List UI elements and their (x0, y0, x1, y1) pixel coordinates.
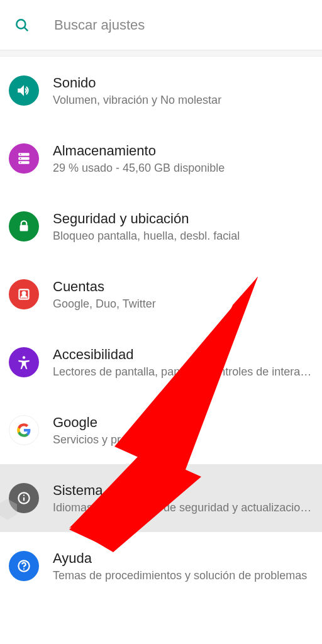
help-icon (9, 551, 39, 581)
search-bar[interactable] (0, 0, 322, 50)
storage-icon (9, 143, 39, 174)
item-title: Cuentas (53, 279, 313, 295)
item-title: Google (53, 414, 313, 431)
item-subtitle: Bloqueo pantalla, huella, desbl. facial (53, 230, 313, 243)
svg-rect-8 (20, 225, 28, 231)
item-title: Seguridad y ubicación (53, 211, 313, 227)
google-icon (9, 415, 39, 445)
search-input[interactable] (54, 17, 308, 33)
divider (0, 50, 322, 57)
item-subtitle: Temas de procedimientos y solución de pr… (53, 569, 313, 582)
svg-line-1 (24, 27, 28, 31)
svg-point-6 (20, 158, 21, 159)
speaker-icon (9, 75, 39, 106)
svg-point-7 (20, 162, 21, 164)
settings-item-seguridad[interactable]: Seguridad y ubicación Bloqueo pantalla, … (0, 192, 322, 260)
item-title: Sistema (53, 482, 313, 499)
settings-item-almacenamiento[interactable]: Almacenamiento 29 % usado - 45,60 GB dis… (0, 125, 322, 192)
settings-item-ayuda[interactable]: Ayuda Temas de procedimientos y solución… (0, 532, 322, 600)
svg-point-10 (23, 292, 26, 295)
lock-icon (9, 211, 39, 242)
item-subtitle: Volumen, vibración y No molestar (53, 94, 313, 107)
item-title: Almacenamiento (53, 143, 313, 159)
item-subtitle: Idiomas, hora, copias de seguridad y act… (53, 501, 313, 514)
item-subtitle: Google, Duo, Twitter (53, 297, 313, 311)
settings-item-accesibilidad[interactable]: Accesibilidad Lectores de pantalla, pant… (0, 328, 322, 396)
settings-item-sistema[interactable]: Sistema Idiomas, hora, copias de segurid… (0, 464, 322, 532)
settings-item-sonido[interactable]: Sonido Volumen, vibración y No molestar (0, 57, 322, 125)
accessibility-icon (9, 347, 39, 377)
svg-point-14 (23, 495, 25, 496)
settings-list: Sonido Volumen, vibración y No molestar … (0, 57, 322, 600)
settings-item-cuentas[interactable]: Cuentas Google, Duo, Twitter (0, 260, 322, 328)
item-subtitle: 29 % usado - 45,60 GB disponible (53, 162, 313, 175)
item-title: Accesibilidad (53, 347, 313, 363)
info-icon (9, 483, 39, 513)
item-subtitle: Servicios y preferencias (53, 433, 313, 447)
svg-point-16 (23, 569, 25, 570)
svg-point-11 (23, 356, 25, 358)
settings-item-google[interactable]: Google Servicios y preferencias (0, 396, 322, 464)
search-icon (14, 17, 30, 33)
item-subtitle: Lectores de pantalla, pantalla, controle… (53, 365, 313, 379)
svg-point-0 (16, 19, 25, 28)
account-icon (9, 279, 39, 309)
svg-point-5 (20, 154, 21, 155)
item-title: Ayuda (53, 550, 313, 567)
item-title: Sonido (53, 75, 313, 91)
